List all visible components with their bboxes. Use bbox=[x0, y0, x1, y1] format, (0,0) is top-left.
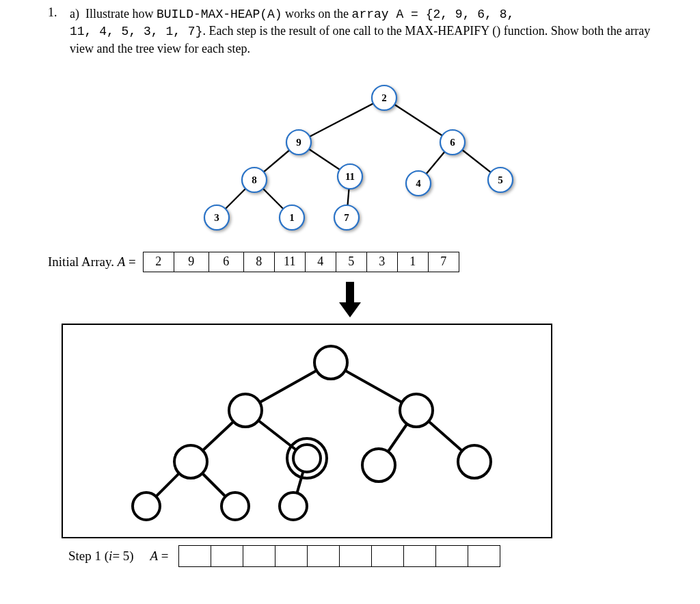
q-text-1: Illustrate how bbox=[85, 7, 157, 21]
tree-node-2: 9 bbox=[286, 130, 311, 155]
step1-label-prefix: Step 1 ( bbox=[68, 549, 109, 563]
step1-frame bbox=[62, 324, 552, 538]
svg-text:4: 4 bbox=[416, 178, 421, 189]
tree-node-4: 8 bbox=[242, 168, 267, 192]
svg-line-0 bbox=[299, 98, 384, 142]
initial-array-label-prefix: Initial Array. bbox=[48, 254, 118, 269]
svg-rect-29 bbox=[346, 282, 354, 302]
array-cell-empty bbox=[275, 545, 307, 566]
tree-empty-node bbox=[174, 445, 207, 478]
step1-label: Step 1 (i= 5) A = bbox=[68, 549, 169, 564]
initial-array-table: 2 9 6 8 11 4 5 3 1 7 bbox=[143, 252, 459, 272]
arrow-down-icon bbox=[336, 279, 364, 320]
initial-tree-svg: 2 9 6 8 11 4 5 3 1 7 bbox=[159, 74, 541, 238]
array-cell: 5 bbox=[336, 252, 366, 272]
array-cell-empty bbox=[435, 545, 468, 566]
step1-array-var: A bbox=[150, 549, 158, 563]
array-cell: 9 bbox=[174, 252, 208, 272]
code-array-decl-1: array A = {2, 9, 6, 8, bbox=[352, 8, 515, 21]
array-cell: 2 bbox=[143, 252, 174, 272]
svg-text:11: 11 bbox=[345, 171, 355, 182]
array-cell-empty bbox=[339, 545, 371, 566]
array-cell: 1 bbox=[397, 252, 428, 272]
tree-highlight-node bbox=[287, 438, 327, 478]
q-text-2: works on the bbox=[282, 7, 352, 21]
array-cell-empty bbox=[243, 545, 275, 566]
question-body: a) Illustrate how BUILD-MAX-HEAP(A) work… bbox=[70, 5, 652, 57]
tree-empty-node bbox=[458, 445, 491, 478]
tree-empty-node bbox=[133, 493, 160, 520]
svg-point-41 bbox=[293, 445, 321, 472]
tree-empty-node bbox=[229, 394, 262, 427]
tree-empty-node bbox=[280, 493, 307, 520]
array-cell-empty bbox=[371, 545, 403, 566]
array-cell: 6 bbox=[208, 252, 243, 272]
tree-empty-node bbox=[314, 346, 347, 379]
array-cell: 8 bbox=[243, 252, 274, 272]
array-cell: 7 bbox=[428, 252, 459, 272]
tree-node-3: 6 bbox=[440, 130, 465, 155]
array-cell-empty bbox=[307, 545, 339, 566]
question-number: 1. bbox=[48, 5, 70, 20]
svg-text:6: 6 bbox=[450, 137, 455, 148]
initial-array-var: A bbox=[118, 254, 126, 269]
array-cell: 3 bbox=[366, 252, 397, 272]
step1-array-row: Step 1 (i= 5) A = bbox=[68, 545, 652, 567]
svg-text:5: 5 bbox=[498, 174, 503, 185]
tree-node-7: 5 bbox=[488, 168, 513, 192]
page: 1. a) Illustrate how BUILD-MAX-HEAP(A) w… bbox=[0, 0, 700, 588]
tree-node-10: 7 bbox=[334, 205, 359, 230]
array-cell-empty bbox=[468, 545, 500, 566]
array-cell: 11 bbox=[274, 252, 305, 272]
code-build-max-heap: BUILD-MAX-HEAP(A) bbox=[157, 8, 282, 21]
step1-label-mid: = 5) bbox=[112, 549, 133, 563]
array-cell-empty bbox=[211, 545, 243, 566]
initial-array-row: Initial Array. A = 2 9 6 8 11 4 5 3 1 7 bbox=[48, 252, 652, 272]
tree-empty-node bbox=[362, 449, 395, 482]
tree-node-1: 2 bbox=[372, 86, 396, 110]
array-cell-empty bbox=[403, 545, 435, 566]
question-block: 1. a) Illustrate how BUILD-MAX-HEAP(A) w… bbox=[48, 5, 652, 57]
step1-tree-svg bbox=[88, 332, 526, 523]
array-cell-empty bbox=[178, 545, 211, 566]
svg-text:1: 1 bbox=[289, 212, 295, 223]
initial-array-eq: = bbox=[125, 254, 135, 269]
tree-empty-node bbox=[400, 394, 433, 427]
tree-node-9: 1 bbox=[280, 205, 304, 230]
svg-text:3: 3 bbox=[214, 212, 219, 223]
tree-node-5: 11 bbox=[338, 164, 362, 189]
svg-text:7: 7 bbox=[344, 212, 349, 223]
question-part: a) bbox=[70, 7, 79, 21]
code-array-decl-2: 11, 4, 5, 3, 1, 7} bbox=[70, 25, 202, 38]
svg-text:8: 8 bbox=[252, 174, 257, 185]
tree-node-6: 4 bbox=[406, 171, 431, 196]
svg-text:9: 9 bbox=[296, 137, 301, 148]
step1-array-table bbox=[178, 545, 500, 567]
initial-tree: 2 9 6 8 11 4 5 3 1 7 bbox=[48, 74, 652, 238]
svg-text:2: 2 bbox=[381, 92, 387, 103]
array-cell: 4 bbox=[305, 252, 336, 272]
tree-empty-node bbox=[221, 493, 249, 520]
tree-node-8: 3 bbox=[204, 205, 229, 230]
step1-array-eq: = bbox=[158, 549, 168, 563]
initial-array-label: Initial Array. A = bbox=[48, 254, 136, 270]
svg-marker-30 bbox=[339, 302, 361, 317]
